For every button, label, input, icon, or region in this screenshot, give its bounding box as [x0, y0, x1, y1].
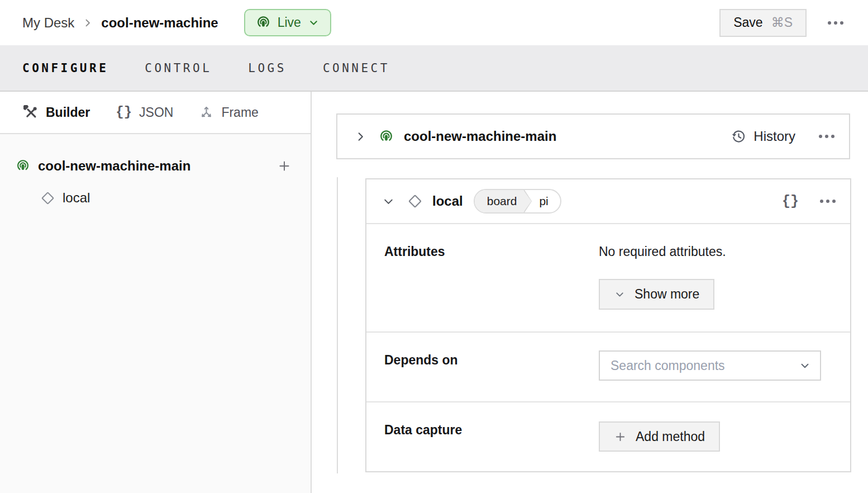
config-sidebar: Builder {} JSON Frame cool-new-machine-m… — [0, 92, 312, 493]
search-components-input[interactable] — [611, 358, 799, 373]
breadcrumb-chevron-icon — [82, 17, 93, 29]
attributes-empty-text: No required attributes. — [599, 244, 726, 259]
view-tab-label: Frame — [221, 105, 258, 120]
component-card-header: local board pi {} — [366, 179, 850, 224]
depends-on-select[interactable] — [599, 350, 821, 381]
component-model: pi — [532, 195, 560, 208]
tab-connect[interactable]: CONNECT — [323, 61, 390, 75]
breadcrumb-machine-name: cool-new-machine — [101, 15, 218, 31]
view-tab-frame[interactable]: Frame — [199, 105, 258, 120]
tab-configure[interactable]: CONFIGURE — [22, 61, 108, 75]
show-more-label: Show more — [635, 287, 699, 302]
braces-icon: {} — [782, 193, 799, 210]
data-capture-value-column: Add method — [599, 423, 720, 471]
broadcast-icon — [16, 159, 30, 173]
collapse-chevron-down-icon[interactable] — [382, 195, 395, 208]
view-tab-label: Builder — [46, 105, 90, 120]
chevron-down-icon — [308, 17, 319, 29]
broadcast-icon — [379, 129, 394, 144]
add-method-button[interactable]: Add method — [599, 421, 720, 452]
depends-on-section: Depends on — [366, 333, 850, 402]
save-shortcut-hint: ⌘S — [771, 15, 793, 30]
machine-status-badge[interactable]: Live — [244, 9, 331, 36]
header-overflow-menu-icon[interactable] — [828, 21, 843, 25]
attributes-label: Attributes — [384, 244, 599, 331]
braces-icon: {} — [116, 106, 132, 119]
view-tab-builder[interactable]: Builder — [23, 105, 90, 120]
tree-connector-line — [337, 177, 338, 473]
sidebar-view-tabs: Builder {} JSON Frame — [0, 92, 311, 134]
history-icon — [731, 129, 746, 144]
edit-json-button[interactable]: {} — [782, 195, 799, 208]
plus-icon — [614, 430, 627, 443]
tab-logs[interactable]: LOGS — [248, 61, 287, 75]
breadcrumb-parent[interactable]: My Desk — [22, 15, 74, 31]
save-button[interactable]: Save ⌘S — [719, 9, 807, 37]
main-nav-tabs: CONFIGURE CONTROL LOGS CONNECT — [0, 45, 868, 92]
tree-component-label: local — [63, 190, 90, 206]
component-card-menu-icon[interactable] — [820, 200, 836, 203]
add-component-button[interactable] — [277, 159, 292, 173]
view-tab-label: JSON — [139, 105, 173, 120]
history-button[interactable]: History — [731, 129, 795, 144]
tree-item-component-local[interactable]: local — [0, 186, 311, 210]
attributes-section: Attributes No required attributes. Show … — [366, 224, 850, 333]
component-diamond-icon — [407, 193, 423, 209]
component-card-local: local board pi {} Attributes No required… — [365, 178, 851, 472]
part-card-menu-icon[interactable] — [819, 135, 834, 138]
config-main-panel: cool-new-machine-main History local boar… — [313, 92, 868, 493]
depends-on-label: Depends on — [384, 353, 599, 401]
top-header: My Desk cool-new-machine Live Save ⌘S — [0, 0, 868, 45]
part-card-title: cool-new-machine-main — [404, 129, 556, 144]
tree-part-label: cool-new-machine-main — [38, 158, 190, 174]
broadcast-icon — [256, 15, 271, 30]
plus-icon — [277, 159, 292, 173]
component-diamond-icon — [40, 191, 55, 206]
save-button-label: Save — [733, 15, 762, 30]
chevron-down-icon — [614, 288, 626, 300]
status-badge-label: Live — [278, 15, 301, 30]
data-capture-section: Data capture Add method — [366, 402, 850, 471]
show-more-button[interactable]: Show more — [599, 279, 714, 310]
chevron-down-icon — [799, 359, 811, 372]
component-type: board — [475, 190, 532, 212]
add-method-label: Add method — [636, 429, 705, 444]
data-capture-label: Data capture — [384, 423, 599, 471]
attributes-value-column: No required attributes. Show more — [599, 244, 726, 331]
tab-control[interactable]: CONTROL — [145, 61, 212, 75]
component-title: local — [432, 193, 463, 209]
machine-part-card: cool-new-machine-main History — [336, 113, 850, 159]
expand-chevron-right-icon[interactable] — [354, 130, 367, 143]
component-type-badge: board pi — [474, 189, 561, 214]
view-tab-json[interactable]: {} JSON — [116, 105, 173, 120]
machine-tree: cool-new-machine-main local — [0, 134, 311, 210]
history-label: History — [753, 129, 795, 144]
frame-axes-icon — [199, 105, 214, 120]
tree-item-machine-part[interactable]: cool-new-machine-main — [0, 154, 311, 178]
tools-icon — [23, 105, 39, 120]
